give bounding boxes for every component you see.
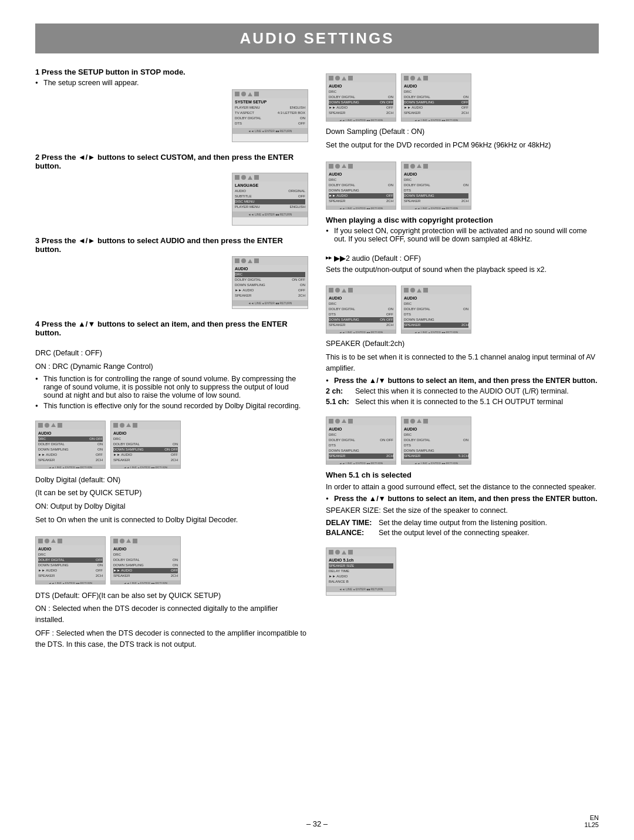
- when51-body: In order to attain a good surround effec…: [326, 482, 599, 493]
- dolby-screens: AUDIO DRC DOLBY DIGITALOFF DOWN SAMPLING…: [35, 536, 308, 584]
- ds-label: Down Sampling (Default : ON): [326, 126, 599, 137]
- speaker-body: This is to be set when it is connected t…: [326, 352, 599, 374]
- drc-screens: AUDIO DRCON OFF DOLBY DIGITALON DOWN SAM…: [35, 421, 308, 469]
- step4-block: 4 Press the ▲/▼ buttons to select an ite…: [35, 320, 308, 337]
- speaker-bold-bullet: Press the ▲/▼ buttons to select an item,…: [326, 377, 599, 385]
- 2ch-label: 2 ch:: [326, 387, 349, 395]
- step2-header: 2 Press the ◄/► buttons to select CUSTOM…: [35, 153, 308, 170]
- dts-on: ON : Selected when the DTS decoder is co…: [35, 603, 308, 626]
- drc-bullet1: This function is for controlling the ran…: [35, 375, 308, 399]
- 2ch-body: Select this when it is connected to the …: [355, 387, 599, 395]
- when51-block: When 5.1 ch is selected In order to atta…: [326, 471, 599, 537]
- 5ch-label: 5.1 ch:: [326, 398, 349, 406]
- step1-screen: SYSTEM SETUP PLAYER MENUENGLISH TV ASPEC…: [232, 89, 308, 142]
- speaker-block: SPEAKER (Default:2ch) This is to be set …: [326, 338, 599, 405]
- speaker-screens: AUDIO DRC DOLBY DIGITALON OFF DTS DOWN S…: [326, 416, 599, 465]
- dolby-screen1: AUDIO DRC DOLBY DIGITALOFF DOWN SAMPLING…: [35, 536, 106, 584]
- step2-screen: LANGUAGE AUDIOORIGINAL SUBTITLEOFF DISC …: [232, 173, 308, 226]
- page-number: – 32 –: [306, 819, 328, 828]
- drc-bullet2: This function is effective only for the …: [35, 402, 308, 410]
- ds-body: Set the output for the DVD recorded in P…: [326, 140, 599, 151]
- step1-bullet1: The setup screen will appear.: [35, 79, 308, 87]
- delay-body: Set the delay time output from the liste…: [379, 519, 599, 527]
- when51-bold-bullet: Press the ▲/▼ buttons to select an item,…: [326, 495, 599, 503]
- step3-screen: AUDIO DRC DOLBY DIGITALON OFF DOWN SAMPL…: [232, 256, 308, 309]
- page-title: AUDIO SETTINGS: [35, 29, 599, 48]
- dts-block: DTS (Default: OFF)(It can be also set by…: [35, 590, 308, 650]
- drc-label: DRC (Default : OFF): [35, 348, 308, 359]
- page-footer: – 32 –: [0, 819, 634, 828]
- left-column: 1 Press the SETUP button in STOP mode. T…: [35, 68, 308, 660]
- step1-header: 1 Press the SETUP button in STOP mode.: [35, 68, 308, 76]
- dolby-line2: (It can be set by QUICK SETUP): [35, 488, 308, 499]
- dolby-screen2: AUDIO DRC DOLBY DIGITALON DOWN SAMPLINGO…: [110, 536, 181, 584]
- drc-on-label: ON : DRC (Dynamic Range Control): [35, 361, 308, 372]
- step2-block: 2 Press the ◄/► buttons to select CUSTOM…: [35, 153, 308, 226]
- dts-off: OFF : Selected when the DTS decoder is c…: [35, 628, 308, 650]
- page: AUDIO SETTINGS 1 Press the SETUP button …: [0, 0, 634, 840]
- sp-screen2: AUDIO DRC DOLBY DIGITALON DTS DOWN SAMPL…: [401, 416, 471, 465]
- right-column: AUDIO DRC DOLBY DIGITALON DOWN SAMPLINGO…: [326, 68, 599, 660]
- step4-header: 4 Press the ▲/▼ buttons to select an ite…: [35, 320, 308, 337]
- balance-label: BALANCE:: [326, 529, 373, 537]
- x2-screen2: AUDIO DRC DOLBY DIGITALON DTS DOWN SAMPL…: [401, 285, 471, 334]
- x2audio-body: Sets the output/non-output of sound when…: [326, 264, 599, 275]
- step3-header: 3 Press the ◄/► buttons to select AUDIO …: [35, 236, 308, 254]
- copyright-title: When playing a disc with copyright prote…: [326, 216, 599, 224]
- when51-title: When 5.1 ch is selected: [326, 471, 599, 479]
- cr-screen1: AUDIO DRC DOLBY DIGITALON DOWN SAMPLING …: [326, 162, 396, 210]
- copyright-block: When playing a disc with copyright prote…: [326, 216, 599, 243]
- ds-screen1: AUDIO DRC DOLBY DIGITALON DOWN SAMPLINGO…: [326, 73, 396, 122]
- cr-screen2: AUDIO DRC DOLBY DIGITALON DTS DOWN SAMPL…: [401, 162, 471, 210]
- x2audio-label: ▶▶2 audio (Default : OFF): [326, 254, 599, 263]
- dolby-label: Dolby Digital (default: ON): [35, 475, 308, 486]
- x2audio-screens: AUDIO DRC DOLBY DIGITALON DTSOFF DOWN SA…: [326, 285, 599, 334]
- drc-screen2: AUDIO DRC DOLBY DIGITALON DOWN SAMPLINGO…: [110, 421, 181, 469]
- x2-screen1: AUDIO DRC DOLBY DIGITALON DTSOFF DOWN SA…: [326, 285, 396, 334]
- sp-screen1: AUDIO DRC DOLBY DIGITALON OFF DTS DOWN S…: [326, 416, 396, 465]
- copyright-bullet: If you select ON, copyright protection w…: [326, 227, 599, 243]
- dolby-block: Dolby Digital (default: ON) (It can be s…: [35, 475, 308, 526]
- dts-label: DTS (Default: OFF)(It can be also set by…: [35, 590, 308, 602]
- speaker-size: SPEAKER SIZE: Set the size of the speake…: [326, 505, 599, 516]
- footer-en: EN 1L25: [585, 814, 599, 828]
- step3-block: 3 Press the ◄/► buttons to select AUDIO …: [35, 236, 308, 309]
- title-box: AUDIO SETTINGS: [35, 23, 599, 53]
- balance-body: Set the output level of the connecting s…: [379, 529, 599, 537]
- copyright-screens: AUDIO DRC DOLBY DIGITALON DOWN SAMPLING …: [326, 162, 599, 210]
- speaker-label: SPEAKER (Default:2ch): [326, 338, 599, 350]
- dolby-body: Set to On when the unit is connected to …: [35, 515, 308, 526]
- dolby-line3: ON: Output by Dolby Digital: [35, 501, 308, 512]
- drc-screen1: AUDIO DRCON OFF DOLBY DIGITALON DOWN SAM…: [35, 421, 106, 469]
- x2audio-block: ▶▶2 audio (Default : OFF) Sets the outpu…: [326, 254, 599, 275]
- final-screen-container: AUDIO 5.1ch SPEAKER SIZE DELAY TIME ►► A…: [326, 547, 599, 596]
- final-screen: AUDIO 5.1ch SPEAKER SIZE DELAY TIME ►► A…: [326, 547, 396, 596]
- step1-block: 1 Press the SETUP button in STOP mode. T…: [35, 68, 308, 142]
- drc-block: DRC (Default : OFF) ON : DRC (Dynamic Ra…: [35, 348, 308, 410]
- delay-label: DELAY TIME:: [326, 519, 373, 527]
- downsampling-screens-top: AUDIO DRC DOLBY DIGITALON DOWN SAMPLINGO…: [326, 73, 599, 122]
- downsampling-block: Down Sampling (Default : ON) Set the out…: [326, 126, 599, 151]
- 5ch-body: Select this when it is connected to the …: [355, 398, 599, 406]
- ds-screen2: AUDIO DRC DOLBY DIGITALON DOWN SAMPLINGO…: [401, 73, 471, 122]
